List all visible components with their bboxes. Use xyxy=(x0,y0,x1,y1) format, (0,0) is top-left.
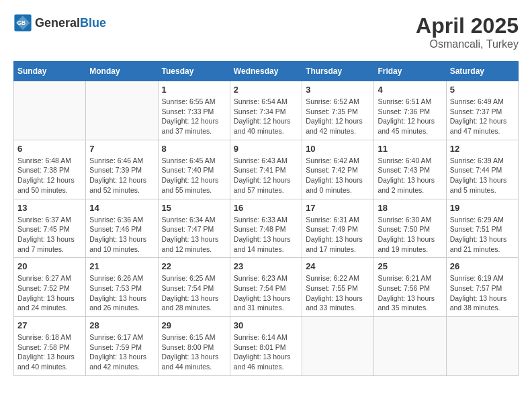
calendar-week-row: 6Sunrise: 6:48 AM Sunset: 7:38 PM Daylig… xyxy=(14,140,519,199)
day-info: Sunrise: 6:48 AM Sunset: 7:38 PM Dayligh… xyxy=(17,156,82,195)
day-number: 24 xyxy=(306,261,370,271)
table-row: 13Sunrise: 6:37 AM Sunset: 7:45 PM Dayli… xyxy=(14,199,86,258)
calendar-table: Sunday Monday Tuesday Wednesday Thursday… xyxy=(13,61,519,376)
logo-icon: GB xyxy=(13,13,32,32)
table-row xyxy=(86,81,158,140)
day-number: 19 xyxy=(450,203,515,213)
table-row: 10Sunrise: 6:42 AM Sunset: 7:42 PM Dayli… xyxy=(302,140,374,199)
table-row: 23Sunrise: 6:23 AM Sunset: 7:54 PM Dayli… xyxy=(230,258,302,317)
day-info: Sunrise: 6:14 AM Sunset: 8:01 PM Dayligh… xyxy=(234,332,298,372)
day-number: 26 xyxy=(450,261,515,271)
day-number: 3 xyxy=(306,85,370,95)
table-row: 5Sunrise: 6:49 AM Sunset: 7:37 PM Daylig… xyxy=(446,81,518,140)
table-row: 21Sunrise: 6:26 AM Sunset: 7:53 PM Dayli… xyxy=(86,258,158,317)
calendar-week-row: 27Sunrise: 6:18 AM Sunset: 7:58 PM Dayli… xyxy=(14,317,519,376)
day-number: 14 xyxy=(89,203,154,213)
day-number: 13 xyxy=(17,203,82,213)
day-info: Sunrise: 6:31 AM Sunset: 7:49 PM Dayligh… xyxy=(306,215,370,255)
table-row: 29Sunrise: 6:15 AM Sunset: 8:00 PM Dayli… xyxy=(158,317,230,376)
logo: GB GeneralBlue xyxy=(13,13,106,32)
table-row: 6Sunrise: 6:48 AM Sunset: 7:38 PM Daylig… xyxy=(14,140,86,199)
weekday-header-row: Sunday Monday Tuesday Wednesday Thursday… xyxy=(14,62,519,81)
table-row: 2Sunrise: 6:54 AM Sunset: 7:34 PM Daylig… xyxy=(230,81,302,140)
page-header: GB GeneralBlue April 2025 Osmancali, Tur… xyxy=(13,13,519,50)
day-number: 25 xyxy=(378,261,442,271)
day-info: Sunrise: 6:43 AM Sunset: 7:41 PM Dayligh… xyxy=(234,156,298,195)
day-info: Sunrise: 6:21 AM Sunset: 7:56 PM Dayligh… xyxy=(378,273,442,313)
day-number: 7 xyxy=(89,144,154,154)
day-number: 17 xyxy=(306,203,370,213)
table-row: 8Sunrise: 6:45 AM Sunset: 7:40 PM Daylig… xyxy=(158,140,230,199)
day-info: Sunrise: 6:49 AM Sunset: 7:37 PM Dayligh… xyxy=(450,97,515,136)
day-number: 8 xyxy=(162,144,226,154)
table-row: 28Sunrise: 6:17 AM Sunset: 7:59 PM Dayli… xyxy=(86,317,158,376)
day-info: Sunrise: 6:25 AM Sunset: 7:54 PM Dayligh… xyxy=(162,273,226,313)
logo-blue: Blue xyxy=(80,16,106,30)
header-sunday: Sunday xyxy=(14,62,86,81)
day-info: Sunrise: 6:23 AM Sunset: 7:54 PM Dayligh… xyxy=(234,273,298,313)
day-number: 16 xyxy=(234,203,298,213)
table-row: 4Sunrise: 6:51 AM Sunset: 7:36 PM Daylig… xyxy=(374,81,446,140)
logo-text: GeneralBlue xyxy=(35,16,106,30)
day-info: Sunrise: 6:42 AM Sunset: 7:42 PM Dayligh… xyxy=(306,156,370,195)
header-tuesday: Tuesday xyxy=(158,62,230,81)
day-info: Sunrise: 6:45 AM Sunset: 7:40 PM Dayligh… xyxy=(162,156,226,195)
day-info: Sunrise: 6:19 AM Sunset: 7:57 PM Dayligh… xyxy=(450,273,515,313)
day-number: 11 xyxy=(378,144,442,154)
table-row: 18Sunrise: 6:30 AM Sunset: 7:50 PM Dayli… xyxy=(374,199,446,258)
day-info: Sunrise: 6:54 AM Sunset: 7:34 PM Dayligh… xyxy=(234,97,298,136)
header-wednesday: Wednesday xyxy=(230,62,302,81)
table-row: 11Sunrise: 6:40 AM Sunset: 7:43 PM Dayli… xyxy=(374,140,446,199)
day-info: Sunrise: 6:22 AM Sunset: 7:55 PM Dayligh… xyxy=(306,273,370,313)
table-row: 12Sunrise: 6:39 AM Sunset: 7:44 PM Dayli… xyxy=(446,140,518,199)
day-number: 5 xyxy=(450,85,515,95)
svg-text:GB: GB xyxy=(17,19,26,26)
day-number: 22 xyxy=(162,261,226,271)
day-number: 4 xyxy=(378,85,442,95)
day-info: Sunrise: 6:55 AM Sunset: 7:33 PM Dayligh… xyxy=(162,97,226,136)
table-row: 24Sunrise: 6:22 AM Sunset: 7:55 PM Dayli… xyxy=(302,258,374,317)
day-info: Sunrise: 6:29 AM Sunset: 7:51 PM Dayligh… xyxy=(450,215,515,255)
day-number: 12 xyxy=(450,144,515,154)
table-row xyxy=(374,317,446,376)
title-block: April 2025 Osmancali, Turkey xyxy=(416,13,519,50)
day-info: Sunrise: 6:37 AM Sunset: 7:45 PM Dayligh… xyxy=(17,215,82,255)
day-info: Sunrise: 6:52 AM Sunset: 7:35 PM Dayligh… xyxy=(306,97,370,136)
table-row xyxy=(14,81,86,140)
day-info: Sunrise: 6:27 AM Sunset: 7:52 PM Dayligh… xyxy=(17,273,82,313)
day-number: 18 xyxy=(378,203,442,213)
day-number: 21 xyxy=(89,261,154,271)
logo-general: General xyxy=(35,16,80,30)
table-row xyxy=(446,317,518,376)
day-info: Sunrise: 6:33 AM Sunset: 7:48 PM Dayligh… xyxy=(234,215,298,255)
day-info: Sunrise: 6:46 AM Sunset: 7:39 PM Dayligh… xyxy=(89,156,154,195)
day-number: 6 xyxy=(17,144,82,154)
calendar-week-row: 1Sunrise: 6:55 AM Sunset: 7:33 PM Daylig… xyxy=(14,81,519,140)
day-number: 27 xyxy=(17,320,82,330)
day-number: 29 xyxy=(162,320,226,330)
calendar-week-row: 20Sunrise: 6:27 AM Sunset: 7:52 PM Dayli… xyxy=(14,258,519,317)
table-row: 17Sunrise: 6:31 AM Sunset: 7:49 PM Dayli… xyxy=(302,199,374,258)
day-number: 23 xyxy=(234,261,298,271)
table-row: 20Sunrise: 6:27 AM Sunset: 7:52 PM Dayli… xyxy=(14,258,86,317)
day-info: Sunrise: 6:51 AM Sunset: 7:36 PM Dayligh… xyxy=(378,97,442,136)
day-info: Sunrise: 6:34 AM Sunset: 7:47 PM Dayligh… xyxy=(162,215,226,255)
day-number: 1 xyxy=(162,85,226,95)
header-monday: Monday xyxy=(86,62,158,81)
day-info: Sunrise: 6:40 AM Sunset: 7:43 PM Dayligh… xyxy=(378,156,442,195)
day-number: 28 xyxy=(89,320,154,330)
day-number: 9 xyxy=(234,144,298,154)
table-row: 3Sunrise: 6:52 AM Sunset: 7:35 PM Daylig… xyxy=(302,81,374,140)
table-row: 15Sunrise: 6:34 AM Sunset: 7:47 PM Dayli… xyxy=(158,199,230,258)
table-row: 14Sunrise: 6:36 AM Sunset: 7:46 PM Dayli… xyxy=(86,199,158,258)
day-number: 30 xyxy=(234,320,298,330)
header-thursday: Thursday xyxy=(302,62,374,81)
header-friday: Friday xyxy=(374,62,446,81)
table-row: 25Sunrise: 6:21 AM Sunset: 7:56 PM Dayli… xyxy=(374,258,446,317)
day-number: 10 xyxy=(306,144,370,154)
calendar-title: April 2025 xyxy=(416,13,519,38)
day-number: 20 xyxy=(17,261,82,271)
day-info: Sunrise: 6:26 AM Sunset: 7:53 PM Dayligh… xyxy=(89,273,154,313)
table-row: 7Sunrise: 6:46 AM Sunset: 7:39 PM Daylig… xyxy=(86,140,158,199)
day-info: Sunrise: 6:17 AM Sunset: 7:59 PM Dayligh… xyxy=(89,332,154,372)
